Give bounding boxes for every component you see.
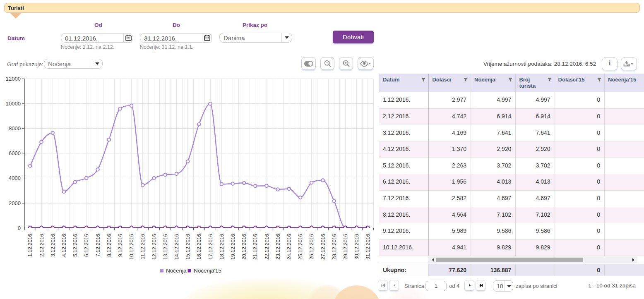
svg-text:17.12.2016.: 17.12.2016. [208,232,214,260]
svg-text:26.12.2016.: 26.12.2016. [309,232,315,260]
svg-text:24.12.2016.: 24.12.2016. [286,232,292,260]
svg-text:10000: 10000 [6,100,21,107]
svg-text:Noćenja'15: Noćenja'15 [194,268,221,274]
svg-text:6000: 6000 [9,150,21,156]
svg-text:Noćenja: Noćenja [166,268,187,274]
svg-text:30.12.2016.: 30.12.2016. [354,232,360,260]
svg-text:1.12.2016.: 1.12.2016. [27,232,33,257]
svg-text:13.12.2016.: 13.12.2016. [163,232,168,260]
svg-text:31.12.2016.: 31.12.2016. [365,232,371,260]
svg-text:4000: 4000 [9,175,21,181]
svg-text:2000: 2000 [9,200,21,206]
svg-text:4.12.2016.: 4.12.2016. [61,232,67,257]
svg-text:15.12.2016.: 15.12.2016. [185,232,191,260]
svg-text:18.12.2016.: 18.12.2016. [219,232,225,260]
svg-text:2.12.2016.: 2.12.2016. [39,232,45,257]
svg-text:6.12.2016.: 6.12.2016. [84,232,89,257]
svg-text:9.12.2016.: 9.12.2016. [118,232,123,257]
svg-text:22.12.2016.: 22.12.2016. [264,232,270,260]
svg-text:8000: 8000 [9,125,21,132]
svg-text:11.12.2016.: 11.12.2016. [140,232,146,259]
svg-text:25.12.2016.: 25.12.2016. [298,232,303,260]
svg-text:10.12.2016.: 10.12.2016. [129,232,135,260]
svg-text:5.12.2016.: 5.12.2016. [72,232,78,257]
svg-text:28.12.2016.: 28.12.2016. [332,232,337,260]
svg-text:8.12.2016.: 8.12.2016. [106,232,112,257]
svg-text:27.12.2016.: 27.12.2016. [320,232,326,260]
svg-text:20.12.2016.: 20.12.2016. [241,232,247,260]
svg-text:14.12.2016.: 14.12.2016. [174,232,180,260]
svg-text:12000: 12000 [6,76,21,82]
svg-text:19.12.2016.: 19.12.2016. [230,232,236,260]
svg-text:21.12.2016.: 21.12.2016. [252,232,258,260]
svg-text:29.12.2016.: 29.12.2016. [343,232,348,260]
svg-text:16.12.2016.: 16.12.2016. [196,232,202,260]
svg-text:12.12.2016.: 12.12.2016. [151,232,157,260]
svg-text:3.12.2016.: 3.12.2016. [50,232,56,257]
svg-text:23.12.2016.: 23.12.2016. [275,232,281,260]
svg-text:0: 0 [18,225,21,231]
svg-text:7.12.2016.: 7.12.2016. [95,232,101,257]
